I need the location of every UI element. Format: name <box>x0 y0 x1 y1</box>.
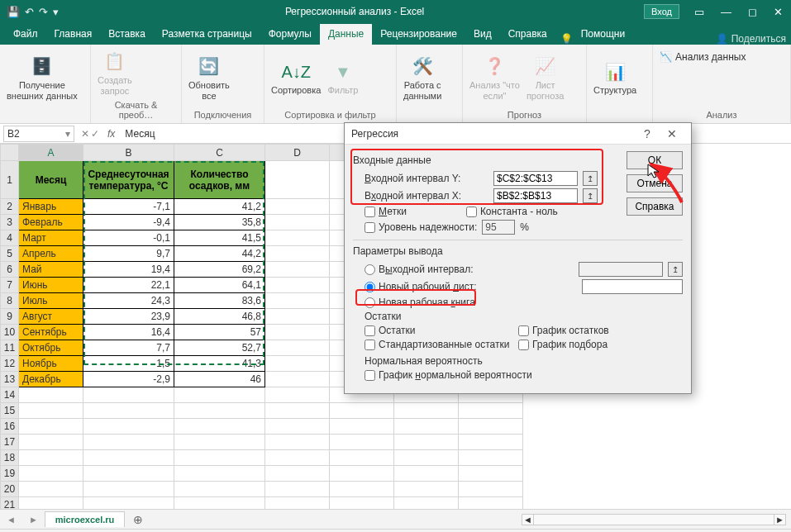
sheet-tab[interactable]: microexcel.ru <box>45 511 126 527</box>
sort-button[interactable]: A↓ZСортировка <box>271 60 321 96</box>
y-range-input[interactable] <box>493 171 578 186</box>
cell-C4[interactable]: 41,5 <box>174 230 265 246</box>
cell-B11[interactable]: 7,7 <box>83 340 174 356</box>
output-range-input[interactable] <box>579 262 663 277</box>
forecast-button[interactable]: 📈Лист прогноза <box>527 55 564 101</box>
output-range-ref-icon[interactable]: ↥ <box>668 262 683 277</box>
new-sheet-radio[interactable] <box>365 282 375 292</box>
row-header-16[interactable]: 16 <box>1 419 19 435</box>
help-button[interactable]: Справка <box>627 197 683 216</box>
cell-C1[interactable]: Количество осадков, мм <box>174 161 265 199</box>
cell-C10[interactable]: 57 <box>174 325 265 340</box>
horizontal-scrollbar[interactable]: ◄► <box>522 514 786 525</box>
cell-A7[interactable]: Июнь <box>19 278 83 293</box>
row-header-18[interactable]: 18 <box>1 450 19 466</box>
row-header-8[interactable]: 8 <box>1 293 19 309</box>
ok-button[interactable]: ОК <box>627 151 683 169</box>
cell-B8[interactable]: 24,3 <box>83 293 174 309</box>
col-header-C[interactable]: C <box>174 145 265 161</box>
tab-home[interactable]: Главная <box>46 24 101 45</box>
row-header-20[interactable]: 20 <box>1 482 19 497</box>
tab-formulas[interactable]: Формулы <box>260 24 320 45</box>
refresh-all-button[interactable]: 🔄Обновить все <box>188 55 230 101</box>
row-header-12[interactable]: 12 <box>1 356 19 372</box>
cell-C12[interactable]: 41,3 <box>174 356 265 372</box>
row-header-11[interactable]: 11 <box>1 340 19 356</box>
cell-B1[interactable]: Среднесуточная температура, °C <box>83 161 174 199</box>
cancel-formula-icon[interactable]: ✕ <box>81 128 89 140</box>
maximize-icon[interactable]: ◻ <box>740 2 765 21</box>
cell-B13[interactable]: -2,9 <box>83 372 174 387</box>
get-external-data-button[interactable]: 🗄️Получение внешних данных <box>7 55 78 101</box>
sheet-nav-next-icon[interactable]: ► <box>22 515 45 525</box>
cell-A5[interactable]: Апрель <box>19 246 83 262</box>
labels-checkbox[interactable] <box>365 207 375 217</box>
cell-A8[interactable]: Июль <box>19 293 83 309</box>
minimize-icon[interactable]: — <box>712 2 740 21</box>
cell-C13[interactable]: 46 <box>174 372 265 387</box>
row-header-10[interactable]: 10 <box>1 325 19 340</box>
cell-B6[interactable]: 19,4 <box>83 262 174 278</box>
residual-plot-checkbox[interactable] <box>518 325 529 336</box>
data-tools-button[interactable]: 🛠️Работа с данными <box>403 55 441 101</box>
cell-A10[interactable]: Сентябрь <box>19 325 83 340</box>
row-header-13[interactable]: 13 <box>1 372 19 387</box>
qat-more-icon[interactable]: ▾ <box>53 6 59 18</box>
ribbon-options-icon[interactable]: ▭ <box>686 2 712 21</box>
dialog-close-icon[interactable]: ✕ <box>660 127 684 140</box>
name-box[interactable]: B2▾ <box>3 126 74 142</box>
cell-C3[interactable]: 35,8 <box>174 215 265 230</box>
dialog-help-icon[interactable]: ? <box>635 127 660 140</box>
tab-help[interactable]: Справка <box>500 24 555 45</box>
row-header-2[interactable]: 2 <box>1 199 19 215</box>
cell-A9[interactable]: Август <box>19 309 83 325</box>
row-header-6[interactable]: 6 <box>1 262 19 278</box>
fit-plot-checkbox[interactable] <box>518 340 529 350</box>
cell-A1[interactable]: Месяц <box>19 161 83 199</box>
x-range-ref-icon[interactable]: ↥ <box>583 188 598 203</box>
cell-C7[interactable]: 64,1 <box>174 278 265 293</box>
cell-B3[interactable]: -9,4 <box>83 215 174 230</box>
row-header-5[interactable]: 5 <box>1 246 19 262</box>
cell-A3[interactable]: Февраль <box>19 215 83 230</box>
y-range-ref-icon[interactable]: ↥ <box>583 171 598 186</box>
normal-plot-checkbox[interactable] <box>365 370 375 381</box>
sheet-nav-prev-icon[interactable]: ◄ <box>0 515 22 525</box>
row-header-4[interactable]: 4 <box>1 230 19 246</box>
col-header-A[interactable]: A <box>19 145 83 161</box>
row-header-19[interactable]: 19 <box>1 466 19 482</box>
whatif-button[interactable]: ❓Анализ "что если" <box>469 55 520 101</box>
cell-C11[interactable]: 52,7 <box>174 340 265 356</box>
new-sheet-button[interactable]: ⊕ <box>125 513 151 526</box>
cell-A4[interactable]: Март <box>19 230 83 246</box>
tab-data[interactable]: Данные <box>320 24 372 45</box>
row-header-1[interactable]: 1 <box>1 161 19 199</box>
tab-layout[interactable]: Разметка страницы <box>154 24 260 45</box>
share-icon[interactable]: 👤 <box>716 33 728 45</box>
accept-formula-icon[interactable]: ✓ <box>91 128 99 140</box>
cell-C2[interactable]: 41,2 <box>174 199 265 215</box>
share-button[interactable]: Поделиться <box>731 33 786 45</box>
fx-icon[interactable]: fx <box>102 128 120 140</box>
cell-B2[interactable]: -7,1 <box>83 199 174 215</box>
cell-B5[interactable]: 9,7 <box>83 246 174 262</box>
row-header-15[interactable]: 15 <box>1 403 19 419</box>
confidence-input[interactable] <box>482 220 515 235</box>
outline-button[interactable]: 📊Структура <box>593 60 636 96</box>
close-icon[interactable]: ✕ <box>765 2 791 21</box>
cell-B9[interactable]: 23,9 <box>83 309 174 325</box>
namebox-dropdown-icon[interactable]: ▾ <box>65 128 70 140</box>
col-header-B[interactable]: B <box>83 145 174 161</box>
std-residuals-checkbox[interactable] <box>365 340 375 350</box>
col-header-D[interactable]: D <box>265 145 330 161</box>
cell-C8[interactable]: 83,6 <box>174 293 265 309</box>
data-analysis-button[interactable]: 📉Анализ данных <box>660 51 746 63</box>
tab-tellme[interactable]: Помощни <box>573 24 633 45</box>
row-header-3[interactable]: 3 <box>1 215 19 230</box>
cell-C9[interactable]: 46,8 <box>174 309 265 325</box>
row-header-14[interactable]: 14 <box>1 387 19 403</box>
undo-icon[interactable]: ↶ <box>25 6 34 18</box>
signin-button[interactable]: Вход <box>644 4 679 19</box>
tellme-icon[interactable]: 💡 <box>560 33 573 45</box>
cell-C5[interactable]: 44,2 <box>174 246 265 262</box>
